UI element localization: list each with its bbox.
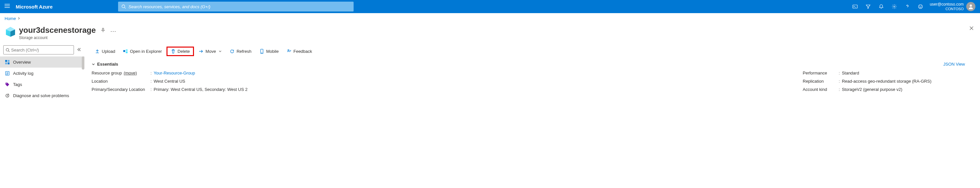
svg-line-4 bbox=[124, 8, 126, 9]
essentials-row-location: Location : West Central US bbox=[92, 79, 803, 84]
diagnose-icon bbox=[5, 93, 10, 98]
trash-icon bbox=[171, 49, 176, 54]
svg-rect-26 bbox=[126, 49, 128, 50]
search-icon bbox=[121, 4, 126, 9]
move-link[interactable]: (move) bbox=[124, 71, 137, 76]
feedback-icon bbox=[286, 49, 291, 54]
blade-header: your3dscenestorage Storage account ⋯ bbox=[0, 24, 980, 43]
settings-button[interactable] bbox=[888, 0, 901, 13]
global-header: Microsoft Azure user@contoso.com CONTOSO bbox=[0, 0, 980, 13]
refresh-button[interactable]: Refresh bbox=[226, 48, 255, 55]
page-subtitle: Storage account bbox=[19, 35, 96, 40]
refresh-icon bbox=[230, 49, 234, 54]
left-nav: Overview Activity log Tags Diagnose and … bbox=[0, 43, 84, 101]
upload-label: Upload bbox=[102, 49, 115, 54]
mobile-label: Mobile bbox=[266, 49, 279, 54]
svg-point-6 bbox=[894, 6, 895, 7]
account-info[interactable]: user@contoso.com CONTOSO bbox=[930, 2, 964, 11]
close-blade-button[interactable] bbox=[969, 26, 974, 32]
page-title: your3dscenestorage bbox=[19, 26, 96, 35]
nav-item-label: Diagnose and solve problems bbox=[13, 93, 69, 98]
value-text: Standard bbox=[842, 71, 859, 76]
move-button[interactable]: Move bbox=[195, 48, 225, 55]
help-button[interactable] bbox=[901, 0, 914, 13]
svg-point-13 bbox=[6, 48, 9, 51]
pin-button[interactable] bbox=[100, 27, 106, 34]
svg-line-14 bbox=[8, 50, 10, 51]
tenant-name: CONTOSO bbox=[946, 7, 964, 11]
svg-point-23 bbox=[6, 83, 6, 84]
resource-group-link[interactable]: Your-Resource-Group bbox=[154, 71, 195, 76]
move-icon bbox=[199, 49, 204, 54]
breadcrumb-home[interactable]: Home bbox=[5, 16, 16, 21]
svg-point-9 bbox=[921, 6, 921, 6]
value-text: Primary: West Central US, Secondary: Wes… bbox=[154, 87, 248, 92]
nav-item-label: Activity log bbox=[13, 71, 33, 76]
nav-search-input[interactable] bbox=[11, 48, 72, 53]
svg-point-10 bbox=[970, 5, 972, 7]
move-label: Move bbox=[205, 49, 216, 54]
upload-icon bbox=[95, 49, 100, 54]
nav-item-label: Tags bbox=[13, 82, 22, 87]
nav-item-overview[interactable]: Overview bbox=[0, 56, 84, 67]
open-explorer-label: Open in Explorer bbox=[130, 49, 162, 54]
avatar[interactable] bbox=[966, 2, 975, 11]
collapse-nav-button[interactable] bbox=[76, 47, 81, 53]
notifications-button[interactable] bbox=[875, 0, 888, 13]
global-search-input[interactable] bbox=[129, 4, 350, 9]
essentials-header-label: Essentials bbox=[97, 62, 118, 67]
chevron-down-icon bbox=[218, 49, 222, 54]
feedback-smiley-button[interactable] bbox=[914, 0, 927, 13]
essentials-row-performance: Performance : Standard bbox=[803, 71, 973, 76]
mobile-button[interactable]: Mobile bbox=[256, 48, 282, 55]
mobile-icon bbox=[259, 49, 264, 54]
search-icon bbox=[6, 48, 10, 52]
essentials-row-resource-group: Resource group (move) : Your-Resource-Gr… bbox=[92, 71, 803, 76]
directory-filter-button[interactable] bbox=[862, 0, 875, 13]
label-text: Primary/Secondary Location bbox=[92, 87, 151, 92]
value-text: StorageV2 (general purpose v2) bbox=[842, 87, 902, 92]
refresh-label: Refresh bbox=[237, 49, 251, 54]
svg-point-3 bbox=[122, 5, 125, 8]
svg-rect-17 bbox=[5, 62, 7, 64]
svg-rect-25 bbox=[123, 50, 125, 52]
value-text: Read-access geo-redundant storage (RA-GR… bbox=[842, 79, 932, 84]
nav-item-tags[interactable]: Tags bbox=[0, 79, 84, 90]
delete-label: Delete bbox=[178, 49, 190, 54]
nav-item-activity-log[interactable]: Activity log bbox=[0, 67, 84, 79]
cloud-shell-button[interactable] bbox=[848, 0, 862, 13]
feedback-button[interactable]: Feedback bbox=[283, 48, 315, 55]
svg-rect-18 bbox=[8, 62, 10, 64]
content-area: Upload Open in Explorer Delete Move Refr… bbox=[84, 43, 980, 101]
nav-search[interactable] bbox=[3, 45, 74, 55]
feedback-label: Feedback bbox=[293, 49, 312, 54]
tags-icon bbox=[5, 82, 10, 87]
upload-button[interactable]: Upload bbox=[92, 48, 118, 55]
svg-point-29 bbox=[262, 53, 262, 53]
scrollbar[interactable] bbox=[82, 56, 84, 69]
label-text: Location bbox=[92, 79, 151, 84]
delete-button[interactable]: Delete bbox=[167, 47, 194, 56]
essentials-body: Resource group (move) : Your-Resource-Gr… bbox=[92, 71, 973, 92]
user-email: user@contoso.com bbox=[930, 2, 964, 6]
label-text: Performance bbox=[803, 71, 839, 76]
svg-rect-16 bbox=[8, 60, 10, 62]
explorer-icon bbox=[123, 49, 128, 54]
global-search[interactable] bbox=[118, 2, 353, 11]
nav-item-diagnose[interactable]: Diagnose and solve problems bbox=[0, 90, 84, 101]
essentials-row-primary-secondary: Primary/Secondary Location : Primary: We… bbox=[92, 87, 803, 92]
overview-icon bbox=[5, 59, 10, 64]
open-explorer-button[interactable]: Open in Explorer bbox=[120, 48, 165, 55]
hamburger-menu[interactable] bbox=[5, 3, 10, 10]
value-text: West Central US bbox=[154, 79, 186, 84]
chevron-right-icon bbox=[18, 16, 21, 21]
storage-account-icon bbox=[5, 26, 16, 37]
svg-rect-0 bbox=[5, 4, 10, 5]
essentials-toggle[interactable]: Essentials bbox=[92, 62, 973, 67]
svg-point-7 bbox=[918, 5, 923, 8]
svg-rect-1 bbox=[5, 6, 10, 6]
json-view-link[interactable]: JSON View bbox=[943, 62, 965, 67]
breadcrumb: Home bbox=[0, 13, 980, 24]
essentials-row-account-kind: Account kind : StorageV2 (general purpos… bbox=[803, 87, 973, 92]
more-actions-button[interactable]: ⋯ bbox=[110, 27, 117, 35]
